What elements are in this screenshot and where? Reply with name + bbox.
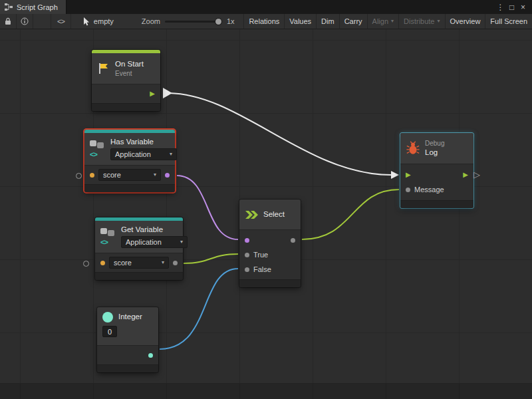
node-footer (92, 103, 160, 111)
integer-output-port[interactable] (148, 353, 153, 358)
node-title: Log (425, 148, 444, 157)
node-integer[interactable]: Integer 0 (97, 307, 158, 372)
canvas-edge-shade (0, 383, 532, 399)
wire-getvariable-to-select-true[interactable] (184, 254, 238, 263)
wire-onstart-to-debuglog[interactable] (168, 93, 391, 175)
flow-output-port[interactable]: ▶ (150, 90, 155, 97)
angle-brackets-icon: <> (57, 17, 65, 25)
node-select[interactable]: Select True False (239, 200, 301, 287)
unconnected-port-icon[interactable] (83, 261, 89, 267)
align-button[interactable]: Align ▾ (367, 14, 398, 29)
node-title: Get Variable (121, 225, 178, 234)
selection-label: empty (94, 17, 114, 25)
bug-icon (406, 141, 420, 156)
info-button[interactable] (17, 14, 33, 29)
wire-end-arrow-icon (391, 171, 399, 179)
distribute-button[interactable]: Distribute ▾ (398, 14, 444, 29)
chevron-down-icon: ▾ (154, 172, 156, 178)
carry-button[interactable]: Carry (339, 14, 367, 29)
variables-icon: <> (90, 140, 106, 158)
value-output-port[interactable] (173, 261, 178, 265)
fullscreen-button[interactable]: Full Screen (485, 14, 532, 29)
false-input-port[interactable] (245, 267, 249, 272)
variable-name-dropdown[interactable]: score ▾ (98, 169, 161, 181)
wire-hasvariable-to-select[interactable] (177, 176, 238, 239)
relations-button[interactable]: Relations (243, 14, 284, 29)
node-footer (97, 364, 158, 372)
window-menu-icon[interactable]: ⋮ (495, 3, 506, 12)
zoom-slider[interactable] (165, 21, 222, 23)
overview-button[interactable]: Overview (445, 14, 485, 29)
zoom-value: 1x (227, 17, 235, 25)
wire-integer-to-select-false[interactable] (160, 269, 238, 349)
chevron-down-icon: ▾ (438, 19, 440, 24)
dim-button[interactable]: Dim (316, 14, 339, 29)
toolbar-button-group: Relations Values Dim Carry Align ▾ Distr… (243, 14, 532, 29)
chevron-down-icon: ▾ (391, 19, 394, 24)
true-input-port[interactable] (245, 253, 249, 257)
tab-script-graph[interactable]: Script Graph (0, 0, 66, 14)
wire-start-arrow-icon (163, 88, 172, 98)
lock-button[interactable] (0, 14, 17, 29)
false-port-label: False (253, 265, 271, 273)
node-footer (95, 272, 183, 280)
message-input-port[interactable] (406, 188, 410, 192)
window-controls: ⋮ □ × (495, 0, 532, 14)
selection-output-port[interactable] (291, 238, 295, 243)
flow-input-port[interactable]: ▶ (406, 172, 411, 178)
wire-select-to-debuglog-message[interactable] (302, 190, 399, 239)
variable-name-dropdown[interactable]: score ▾ (109, 257, 169, 269)
node-title: Select (263, 210, 285, 219)
lock-icon (5, 17, 11, 25)
node-title: Has Variable (110, 138, 170, 146)
selection-breadcrumb[interactable]: empty (83, 17, 114, 26)
variables-icon: <> (100, 227, 116, 246)
chevron-down-icon: ▾ (180, 239, 183, 245)
integer-icon (102, 312, 113, 323)
name-input-port[interactable] (90, 173, 94, 178)
unconnected-port-icon[interactable] (76, 173, 82, 179)
node-subtitle: Event (115, 70, 144, 77)
node-on-start[interactable]: On Start Event ▶ (92, 50, 160, 111)
window-tab-bar: Script Graph ⋮ □ × (0, 0, 532, 14)
integer-value-field[interactable]: 0 (102, 326, 117, 337)
node-footer (84, 184, 175, 192)
cursor-icon (83, 17, 90, 26)
variable-scope-dropdown[interactable]: Application ▾ (110, 148, 177, 160)
zoom-slider-knob[interactable] (215, 19, 221, 25)
script-graph-icon (5, 3, 13, 11)
select-icon (245, 209, 259, 220)
flag-icon (97, 62, 110, 75)
zoom-control: Zoom 1x (142, 17, 235, 25)
node-footer (239, 279, 301, 287)
true-port-label: True (253, 251, 268, 259)
node-title: On Start (115, 60, 144, 68)
variable-scope-dropdown[interactable]: Application ▾ (121, 236, 188, 248)
info-icon (21, 17, 29, 25)
zoom-label: Zoom (142, 17, 160, 25)
chevron-down-icon: ▾ (162, 260, 164, 265)
chevron-down-icon: ▾ (170, 152, 172, 157)
code-view-toggle[interactable]: <> (51, 14, 71, 29)
node-get-variable[interactable]: <> Get Variable Application ▾ score ▾ (95, 217, 183, 280)
flow-output-port[interactable]: ▶ (463, 172, 468, 178)
condition-input-port[interactable] (245, 238, 249, 243)
graph-canvas[interactable]: On Start Event ▶ <> Has Variable Applica… (0, 29, 532, 399)
graph-toolbar: <> empty Zoom 1x Relations Values Dim Ca… (0, 14, 532, 29)
node-title: Integer (118, 313, 142, 321)
unconnected-flow-icon[interactable]: ▷ (473, 170, 480, 179)
name-input-port[interactable] (100, 261, 105, 265)
node-has-variable[interactable]: <> Has Variable Application ▾ score ▾ (84, 130, 175, 192)
close-icon[interactable]: × (517, 3, 529, 12)
values-button[interactable]: Values (284, 14, 316, 29)
tab-label: Script Graph (17, 3, 58, 11)
node-subtitle: Debug (425, 140, 444, 147)
message-port-label: Message (414, 186, 444, 194)
node-debug-log[interactable]: Debug Log ▶ ▶ Message (400, 133, 473, 208)
maximize-icon[interactable]: □ (506, 3, 517, 12)
node-footer (400, 200, 473, 208)
bool-output-port[interactable] (165, 173, 170, 178)
